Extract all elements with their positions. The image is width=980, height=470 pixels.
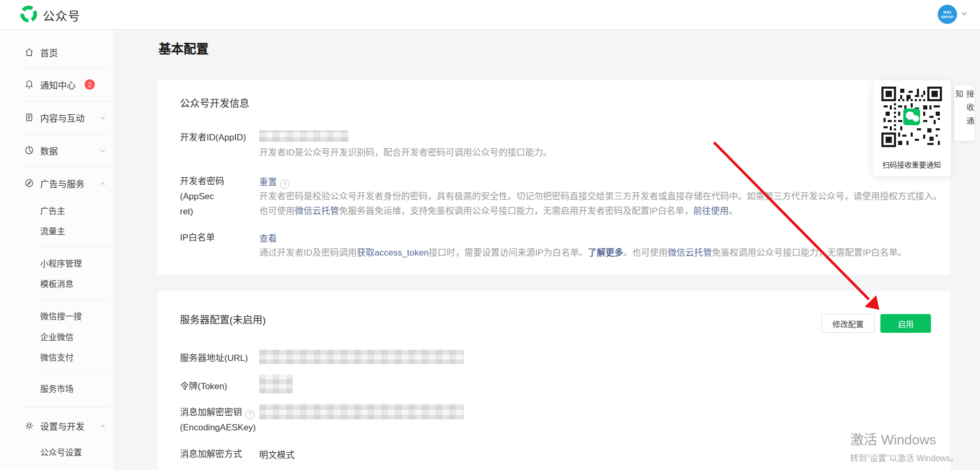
topbar: 公众号 NIU SHOP <box>0 0 980 30</box>
brand-title: 公众号 <box>43 6 80 24</box>
appsecret-label-line1: 开发者密码(AppSec <box>180 176 224 201</box>
wechat-cloud-link[interactable]: 微信云托管 <box>668 248 712 258</box>
sidebar-item-label: 企业微信 <box>40 330 74 343</box>
wechat-cloud-link[interactable]: 微信云托管 <box>295 206 339 216</box>
sidebar-item-label: 数据 <box>40 144 58 157</box>
avatar[interactable]: NIU SHOP <box>938 5 957 24</box>
bell-icon <box>24 79 34 92</box>
learn-more-link[interactable]: 了解更多 <box>588 248 623 258</box>
appsecret-desc-text: 免服务器免运维，支持免鉴权调用公众号接口能力，无需启用开发者密码及配置IP白名单… <box>339 206 693 216</box>
sidebar-item-wechat-search[interactable]: 微信搜一搜 <box>0 305 114 326</box>
appid-redacted-value <box>259 130 349 142</box>
appsecret-actions: 重置? <box>259 175 289 189</box>
divider <box>40 372 111 373</box>
ip-description: 通过开发者ID及密码调用获取access_token接口时，需要设置访问来源IP… <box>259 246 943 260</box>
sidebar-item-ads-services[interactable]: 广告与服务 <box>0 173 114 194</box>
sidebar-item-label: 广告与服务 <box>40 177 84 190</box>
avatar-text-line2: SHOP <box>941 15 954 19</box>
qr-caption: 扫码接收重要通知 <box>873 159 951 170</box>
token-label: 令牌(Token) <box>180 379 227 394</box>
chevron-down-icon <box>99 114 106 124</box>
avatar-text-line1: NIU <box>943 10 951 15</box>
section-title-dev-info: 公众号开发信息 <box>180 95 249 110</box>
enable-button[interactable]: 启用 <box>880 314 931 333</box>
sidebar-item-label: 小程序管理 <box>40 257 82 269</box>
wechat-logo-icon <box>903 109 920 125</box>
wechat-official-logo-icon <box>20 5 38 25</box>
watermark-line1: 激活 Windows <box>850 429 959 448</box>
help-icon[interactable]: ? <box>280 179 289 189</box>
sidebar-item-account-settings[interactable]: 公众号设置 <box>0 441 114 462</box>
sidebar-item-advertiser[interactable]: 广告主 <box>0 200 114 221</box>
sidebar-item-label: 设置与开发 <box>40 419 84 432</box>
appid-description: 开发者ID是公众号开发识别码，配合开发者密码可调用公众号的接口能力。 <box>259 146 552 160</box>
appsecret-desc-text: 。 <box>729 206 737 216</box>
divider <box>23 101 111 102</box>
sidebar-item-label: 广告主 <box>40 204 65 216</box>
sidebar-item-data[interactable]: 数据 <box>0 140 114 161</box>
sidebar-item-template-message[interactable]: 模板消息 <box>0 273 114 294</box>
divider <box>23 134 111 135</box>
help-icon[interactable]: ? <box>245 410 255 419</box>
sidebar-item-label: 服务市场 <box>40 382 74 394</box>
chevron-up-icon <box>99 423 106 432</box>
qr-code <box>881 87 942 147</box>
ip-desc-text: 通过开发者ID及密码调用 <box>259 248 357 258</box>
server-url-label: 服务器地址(URL) <box>180 351 248 366</box>
server-config-card: 服务器配置(未启用) 修改配置 启用 服务器地址(URL) 令牌(Token) … <box>158 291 950 470</box>
sidebar-item-wechat-pay[interactable]: 微信支付 <box>0 346 114 367</box>
appid-label: 开发者ID(AppID) <box>180 130 246 145</box>
reset-appsecret-link[interactable]: 重置 <box>259 177 277 187</box>
sidebar-item-miniprogram[interactable]: 小程序管理 <box>0 252 114 273</box>
content-icon <box>24 112 34 125</box>
divider <box>40 247 111 247</box>
data-icon <box>24 145 34 158</box>
receive-notify-tab-label: 接收通知 <box>953 90 975 141</box>
sidebar-item-home[interactable]: 首页 <box>0 42 114 63</box>
sidebar-item-label: 流量主 <box>40 224 65 237</box>
sidebar-item-content[interactable]: 内容与互动 <box>0 107 114 128</box>
token-redacted-value <box>259 375 293 393</box>
ip-view-link[interactable]: 查看 <box>259 231 277 244</box>
sidebar-item-traffic-owner[interactable]: 流量主 <box>0 220 114 241</box>
page-title: 基本配置 <box>159 39 209 57</box>
encrypt-mode-label: 消息加解密方式 <box>180 447 242 462</box>
receive-notify-tab[interactable]: 接收通知 <box>954 85 975 141</box>
appsecret-label-line2: ret) <box>180 207 193 216</box>
chevron-down-icon <box>960 9 969 20</box>
sidebar-item-label: 微信搜一搜 <box>40 309 82 322</box>
sidebar-item-notifications[interactable]: 通知中心 2 <box>0 74 114 95</box>
sidebar-item-label: 内容与互动 <box>40 111 84 124</box>
chevron-up-icon <box>99 180 106 189</box>
aeskey-label-line1: 消息加解密密钥 <box>180 407 242 417</box>
aeskey-label-line2: (EncodingAESKey) <box>180 423 256 432</box>
modify-config-button[interactable]: 修改配置 <box>821 314 875 333</box>
brand-home-link[interactable]: 公众号 <box>20 5 80 25</box>
sidebar: 首页 通知中心 2 内容与互动 数据 <box>0 29 114 470</box>
divider <box>23 68 111 69</box>
sidebar-item-service-market[interactable]: 服务市场 <box>0 378 114 399</box>
ip-whitelist-label: IP白名单 <box>180 230 215 245</box>
sidebar-item-label: 公众号设置 <box>40 445 82 458</box>
watermark-line2: 转到“设置”以激活 Windows。 <box>850 451 959 464</box>
developer-info-card: 公众号开发信息 开发者ID(AppID) 开发者ID是公众号开发识别码，配合开发… <box>158 80 950 275</box>
sidebar-item-settings-dev[interactable]: 设置与开发 <box>0 415 114 436</box>
divider <box>40 299 111 300</box>
windows-activation-watermark: 激活 Windows 转到“设置”以激活 Windows。 <box>850 429 959 464</box>
sidebar-item-label: 模板消息 <box>40 277 74 290</box>
access-token-link[interactable]: 获取access_token <box>357 248 429 258</box>
divider <box>23 407 111 408</box>
sidebar-item-label: 通知中心 <box>40 78 76 91</box>
sidebar-item-label: 首页 <box>40 46 58 59</box>
gear-icon <box>24 420 34 433</box>
qr-notify-panel: 扫码接收重要通知 <box>872 80 951 177</box>
sidebar-item-wecom[interactable]: 企业微信 <box>0 326 114 347</box>
account-menu[interactable]: NIU SHOP <box>938 5 969 24</box>
home-icon <box>24 47 34 59</box>
app-root: 公众号 NIU SHOP 首页 通知中心 2 <box>0 0 980 470</box>
encrypt-mode-value: 明文模式 <box>259 448 295 461</box>
notification-count-badge: 2 <box>84 79 95 90</box>
go-use-link[interactable]: 前往使用 <box>693 206 729 216</box>
ip-desc-text: 。也可使用 <box>623 248 668 258</box>
appsecret-label: 开发者密码(AppSec ret) <box>180 174 253 219</box>
